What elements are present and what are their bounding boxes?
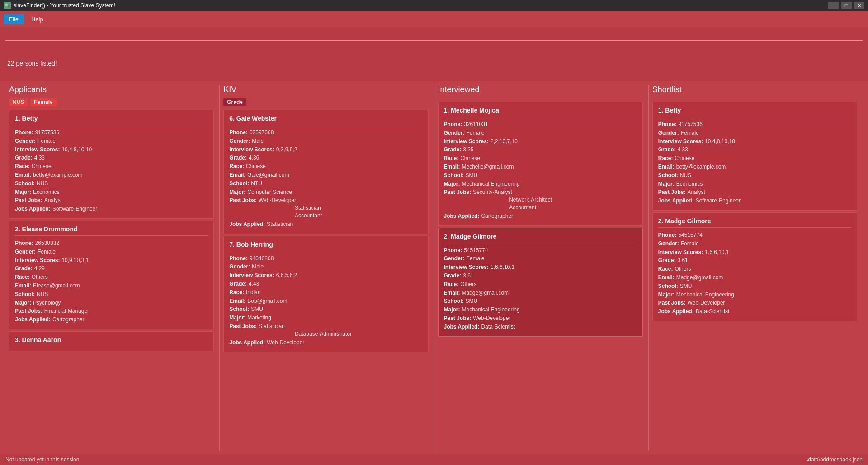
kiv-cards: 6. Gale Webster Phone: 02597668 Gender: …	[223, 110, 430, 451]
session-status: Not updated yet in this session	[5, 456, 79, 463]
race-value: Chinese	[32, 163, 52, 170]
status-text: 22 persons listed!	[7, 60, 57, 67]
maximize-button[interactable]: □	[841, 2, 852, 9]
kiv-card-bob[interactable]: 7. Bob Herring Phone: 94046808 Gender: M…	[223, 236, 428, 352]
applicant-card-betty[interactable]: 1. Betty Phone: 91757536 Gender: Female …	[9, 110, 214, 219]
interviewed-card-mechelle[interactable]: 1. Mechelle Mojica Phone: 32611031 Gende…	[438, 102, 643, 226]
card-number-name: 1. Betty	[15, 115, 208, 122]
card-number-name-2: 2. Elease Drummond	[15, 225, 208, 233]
major-label: Major:	[15, 188, 31, 196]
pastjobs-label: Past Jobs:	[15, 197, 42, 204]
interviewed-card-madge[interactable]: 2. Madge Gilmore Phone: 54515774 Gender:…	[438, 228, 643, 337]
card-email-row: Email: betty@example.com	[15, 171, 208, 179]
filter-grade[interactable]: Grade	[223, 98, 246, 106]
pastjobs-value: Analyst	[44, 197, 62, 204]
card-scores-row: Interview Scores: 10,4,8,10,10	[15, 146, 208, 154]
scores-label: Interview Scores:	[15, 146, 60, 154]
shortlist-card-madge[interactable]: 2. Madge Gilmore Phone: 54515774 Gender:…	[652, 212, 857, 321]
school-value: NUS	[37, 180, 48, 188]
kiv-header: KIV	[223, 85, 430, 94]
interviewed-cards: 1. Mechelle Mojica Phone: 32611031 Gende…	[438, 102, 645, 451]
card-race-row: Race: Chinese	[15, 163, 208, 170]
menu-file[interactable]: File	[4, 14, 24, 24]
card-pastjobs-row: Past Jobs: Analyst	[15, 197, 208, 204]
shortlist-column: Shortlist 1. Betty Phone: 91757536 Gende…	[649, 81, 863, 454]
applicants-cards: 1. Betty Phone: 91757536 Gender: Female …	[9, 110, 216, 451]
card-school-row: School: NUS	[15, 180, 208, 188]
window-title: slaveFinder() - Your trusted Slave Syste…	[14, 2, 115, 9]
major-value: Economics	[33, 188, 60, 196]
card-grade-row: Grade: 4.33	[15, 154, 208, 162]
app-icon: 🔍	[4, 2, 11, 9]
gender-value: Female	[38, 137, 56, 145]
card-number-name-3: 3. Denna Aaron	[15, 336, 208, 343]
applicants-column: Applicants NUS Female 1. Betty Phone: 91…	[5, 81, 219, 454]
email-value: betty@example.com	[33, 171, 83, 179]
title-bar-left: 🔍 slaveFinder() - Your trusted Slave Sys…	[4, 2, 115, 9]
minimize-button[interactable]: —	[828, 2, 839, 9]
menu-bar: File Help	[0, 11, 868, 27]
filter-female[interactable]: Female	[30, 98, 56, 106]
card-phone-row: Phone: 91757536	[15, 129, 208, 136]
applicants-filters: NUS Female	[9, 98, 216, 106]
grade-value: 4.33	[34, 154, 45, 162]
card-name-gale: 6. Gale Webster	[229, 115, 422, 122]
card-major-row: Major: Economics	[15, 188, 208, 196]
applicant-card-denna[interactable]: 3. Denna Aaron	[9, 331, 214, 351]
card-name-madge: 2. Madge Gilmore	[444, 233, 637, 240]
kiv-card-gale[interactable]: 6. Gale Webster Phone: 02597668 Gender: …	[223, 110, 428, 234]
card-divider	[15, 125, 208, 125]
card-name-betty-sl: 1. Betty	[658, 107, 851, 114]
search-bar	[0, 27, 868, 45]
kiv-filters: Grade	[223, 98, 430, 106]
title-bar: 🔍 slaveFinder() - Your trusted Slave Sys…	[0, 0, 868, 11]
grade-label: Grade:	[15, 154, 33, 162]
status-banner: 22 persons listed!	[0, 45, 868, 81]
applicant-card-elease[interactable]: 2. Elease Drummond Phone: 26530832 Gende…	[9, 221, 214, 329]
menu-help[interactable]: Help	[26, 14, 49, 24]
search-input[interactable]	[5, 31, 863, 41]
title-bar-controls: — □ ✕	[828, 2, 864, 9]
jobsapplied-label: Jobs Applied:	[15, 205, 51, 213]
race-label: Race:	[15, 163, 30, 170]
filter-nus[interactable]: NUS	[9, 98, 28, 106]
main-content: Applicants NUS Female 1. Betty Phone: 91…	[0, 81, 868, 454]
card-name-mechelle: 1. Mechelle Mojica	[444, 107, 637, 114]
school-label: School:	[15, 180, 35, 188]
kiv-column: KIV Grade 6. Gale Webster Phone: 0259766…	[220, 81, 434, 454]
email-label: Email:	[15, 171, 31, 179]
phone-label: Phone:	[15, 129, 33, 136]
close-button[interactable]: ✕	[854, 2, 864, 9]
card-gender-row: Gender: Female	[15, 137, 208, 145]
scores-value: 10,4,8,10,10	[61, 146, 92, 154]
gender-label: Gender:	[15, 137, 36, 145]
shortlist-header: Shortlist	[652, 85, 859, 94]
applicants-header: Applicants	[9, 85, 216, 94]
card-divider-2	[15, 235, 208, 236]
shortlist-cards: 1. Betty Phone: 91757536 Gender: Female …	[652, 102, 859, 451]
file-path: \data\addressbook.json	[807, 456, 863, 463]
card-name-madge-sl: 2. Madge Gilmore	[658, 217, 851, 225]
card-jobsapplied-row: Jobs Applied: Software-Engineer	[15, 205, 208, 213]
bottom-bar: Not updated yet in this session \data\ad…	[0, 454, 868, 465]
phone-value: 91757536	[35, 129, 59, 136]
card-name-bob: 7. Bob Herring	[229, 241, 422, 248]
interviewed-header: Interviewed	[438, 85, 645, 94]
shortlist-card-betty[interactable]: 1. Betty Phone: 91757536 Gender: Female …	[652, 102, 857, 211]
interviewed-column: Interviewed 1. Mechelle Mojica Phone: 32…	[434, 81, 648, 454]
jobsapplied-value: Software-Engineer	[52, 205, 97, 213]
